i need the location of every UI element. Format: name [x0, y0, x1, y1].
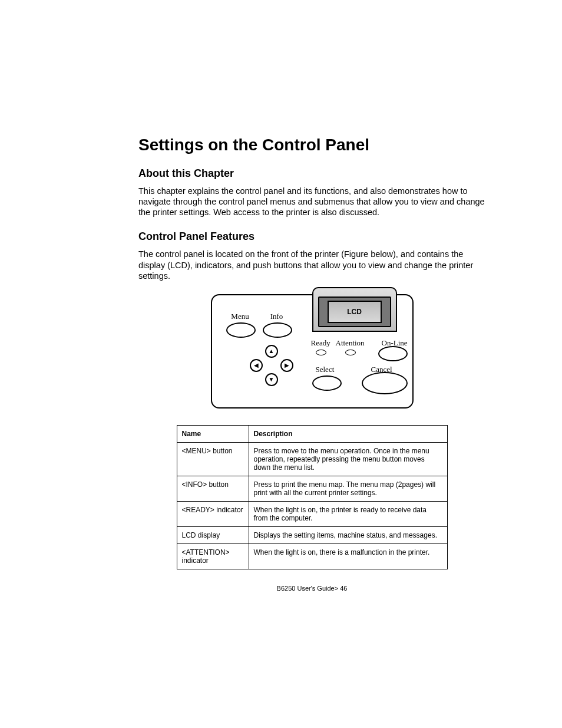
info-button: [263, 322, 292, 338]
table-row: <INFO> button Press to print the menu ma…: [177, 476, 447, 501]
cell-desc: When the light is on, there is a malfunc…: [249, 543, 447, 569]
header-name: Name: [177, 425, 249, 442]
control-panel-diagram: Menu Info ▲ ◀ ▶ ▼ LCD Ready Attention On…: [138, 294, 485, 409]
table-row: <MENU> button Press to move to the menu …: [177, 442, 447, 476]
cell-desc: Displays the setting items, machine stat…: [249, 526, 447, 543]
left-arrow-button: ◀: [250, 359, 263, 372]
table-row: <READY> indicator When the light is on, …: [177, 501, 447, 526]
select-label: Select: [316, 365, 335, 374]
features-body: The control panel is located on the fron…: [138, 249, 485, 281]
features-table: Name Description <MENU> button Press to …: [177, 425, 448, 569]
online-button: [378, 346, 408, 361]
up-arrow-button: ▲: [265, 345, 278, 358]
lcd-bezel: LCD: [318, 297, 391, 327]
cell-desc: Press to print the menu map. The menu ma…: [249, 476, 447, 501]
down-arrow-button: ▼: [265, 373, 278, 386]
attention-led: [345, 350, 356, 355]
about-body: This chapter explains the control panel …: [138, 186, 485, 218]
cell-name: <INFO> button: [177, 476, 249, 501]
table-header-row: Name Description: [177, 425, 447, 442]
about-heading: About this Chapter: [138, 167, 485, 180]
ready-led: [316, 350, 326, 355]
cell-name: LCD display: [177, 526, 249, 543]
select-button: [312, 375, 342, 391]
cell-desc: When the light is on, the printer is rea…: [249, 501, 447, 526]
cell-name: <MENU> button: [177, 442, 249, 476]
features-heading: Control Panel Features: [138, 230, 485, 243]
cancel-button: [362, 372, 408, 394]
page-title: Settings on the Control Panel: [138, 136, 485, 154]
diagram-frame: Menu Info ▲ ◀ ▶ ▼ LCD Ready Attention On…: [211, 294, 414, 409]
info-label: Info: [265, 312, 289, 321]
attention-label: Attention: [336, 338, 365, 348]
lcd-screen: LCD: [328, 301, 382, 323]
cell-name: <READY> indicator: [177, 501, 249, 526]
menu-button: [226, 322, 256, 338]
header-desc: Description: [249, 425, 447, 442]
table-row: LCD display Displays the setting items, …: [177, 526, 447, 543]
ready-label: Ready: [311, 338, 330, 348]
lcd-housing: LCD: [312, 287, 397, 332]
page-footer: B6250 User's Guide> 46: [138, 585, 485, 592]
cell-name: <ATTENTION> indicator: [177, 543, 249, 569]
table-row: <ATTENTION> indicator When the light is …: [177, 543, 447, 569]
right-arrow-button: ▶: [280, 359, 293, 372]
menu-label: Menu: [229, 312, 252, 321]
cell-desc: Press to move to the menu operation. Onc…: [249, 442, 447, 476]
